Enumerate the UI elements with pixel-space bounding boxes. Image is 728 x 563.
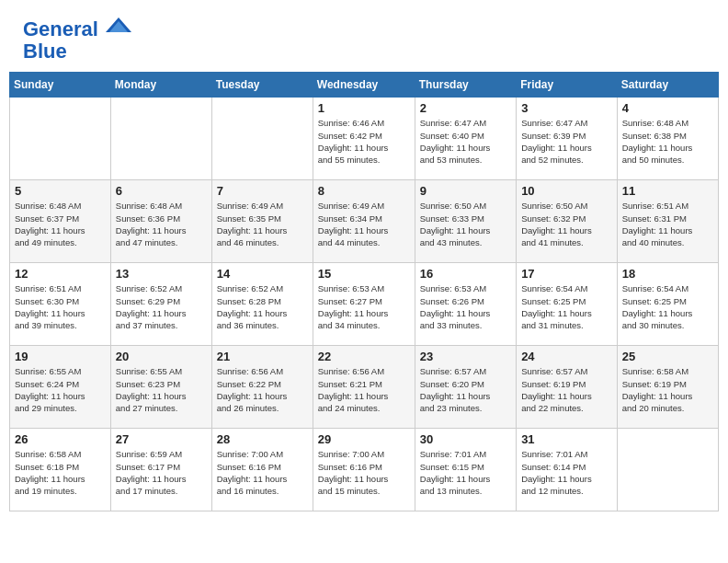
- calendar-cell: 9Sunrise: 6:50 AM Sunset: 6:33 PM Daylig…: [415, 180, 516, 263]
- day-info: Sunrise: 7:01 AM Sunset: 6:15 PM Dayligh…: [420, 448, 511, 497]
- day-info: Sunrise: 6:55 AM Sunset: 6:23 PM Dayligh…: [116, 365, 207, 414]
- calendar-cell: 15Sunrise: 6:53 AM Sunset: 6:27 PM Dayli…: [313, 263, 415, 346]
- day-number: 20: [116, 350, 207, 363]
- day-info: Sunrise: 6:54 AM Sunset: 6:25 PM Dayligh…: [622, 282, 713, 331]
- calendar-cell: 18Sunrise: 6:54 AM Sunset: 6:25 PM Dayli…: [617, 263, 718, 346]
- day-number: 14: [217, 267, 308, 281]
- day-number: 24: [521, 350, 612, 363]
- day-number: 29: [318, 432, 410, 446]
- day-info: Sunrise: 7:01 AM Sunset: 6:14 PM Dayligh…: [521, 448, 612, 497]
- day-info: Sunrise: 6:48 AM Sunset: 6:37 PM Dayligh…: [15, 200, 106, 248]
- day-number: 31: [521, 432, 612, 446]
- calendar-cell: 11Sunrise: 6:51 AM Sunset: 6:31 PM Dayli…: [617, 180, 718, 263]
- day-number: 25: [622, 350, 713, 363]
- calendar-cell: 13Sunrise: 6:52 AM Sunset: 6:29 PM Dayli…: [110, 263, 211, 346]
- calendar-cell: 31Sunrise: 7:01 AM Sunset: 6:14 PM Dayli…: [517, 429, 618, 511]
- day-number: 7: [217, 184, 308, 198]
- calendar-cell: 2Sunrise: 6:47 AM Sunset: 6:40 PM Daylig…: [415, 98, 516, 180]
- calendar-cell: 26Sunrise: 6:58 AM Sunset: 6:18 PM Dayli…: [10, 429, 111, 511]
- calendar-cell: 30Sunrise: 7:01 AM Sunset: 6:15 PM Dayli…: [415, 429, 516, 511]
- calendar-header-row: SundayMondayTuesdayWednesdayThursdayFrid…: [10, 73, 719, 98]
- day-number: 3: [521, 101, 612, 115]
- day-info: Sunrise: 6:47 AM Sunset: 6:40 PM Dayligh…: [420, 117, 511, 166]
- day-info: Sunrise: 6:48 AM Sunset: 6:36 PM Dayligh…: [116, 200, 207, 248]
- calendar-cell: [617, 429, 718, 511]
- calendar-week-4: 19Sunrise: 6:55 AM Sunset: 6:24 PM Dayli…: [10, 346, 719, 429]
- day-number: 23: [420, 350, 511, 363]
- day-number: 26: [15, 432, 106, 446]
- calendar-week-3: 12Sunrise: 6:51 AM Sunset: 6:30 PM Dayli…: [10, 263, 719, 346]
- day-number: 10: [521, 184, 612, 198]
- day-info: Sunrise: 7:00 AM Sunset: 6:16 PM Dayligh…: [318, 448, 410, 497]
- day-number: 13: [116, 267, 207, 281]
- calendar-cell: 4Sunrise: 6:48 AM Sunset: 6:38 PM Daylig…: [617, 98, 718, 180]
- day-number: 2: [420, 101, 511, 115]
- logo: General Blue: [23, 18, 131, 63]
- calendar-cell: 10Sunrise: 6:50 AM Sunset: 6:32 PM Dayli…: [517, 180, 618, 263]
- calendar-cell: 29Sunrise: 7:00 AM Sunset: 6:16 PM Dayli…: [313, 429, 415, 511]
- weekday-header-sunday: Sunday: [10, 73, 111, 98]
- calendar-cell: 8Sunrise: 6:49 AM Sunset: 6:34 PM Daylig…: [313, 180, 415, 263]
- day-info: Sunrise: 6:58 AM Sunset: 6:18 PM Dayligh…: [15, 448, 106, 497]
- calendar-cell: 22Sunrise: 6:56 AM Sunset: 6:21 PM Dayli…: [313, 346, 415, 429]
- day-info: Sunrise: 6:49 AM Sunset: 6:35 PM Dayligh…: [217, 200, 308, 248]
- day-info: Sunrise: 6:53 AM Sunset: 6:27 PM Dayligh…: [318, 282, 410, 331]
- day-info: Sunrise: 6:57 AM Sunset: 6:19 PM Dayligh…: [521, 365, 612, 414]
- calendar-cell: 24Sunrise: 6:57 AM Sunset: 6:19 PM Dayli…: [517, 346, 618, 429]
- page-header: General Blue: [9, 9, 719, 67]
- calendar-cell: 20Sunrise: 6:55 AM Sunset: 6:23 PM Dayli…: [110, 346, 211, 429]
- calendar-cell: 21Sunrise: 6:56 AM Sunset: 6:22 PM Dayli…: [211, 346, 313, 429]
- day-info: Sunrise: 6:49 AM Sunset: 6:34 PM Dayligh…: [318, 200, 410, 248]
- day-number: 28: [217, 432, 308, 446]
- calendar-week-5: 26Sunrise: 6:58 AM Sunset: 6:18 PM Dayli…: [10, 429, 719, 511]
- day-info: Sunrise: 6:53 AM Sunset: 6:26 PM Dayligh…: [420, 282, 511, 331]
- calendar-cell: 23Sunrise: 6:57 AM Sunset: 6:20 PM Dayli…: [415, 346, 516, 429]
- day-number: 12: [15, 267, 106, 281]
- day-number: 18: [622, 267, 713, 281]
- calendar-cell: 19Sunrise: 6:55 AM Sunset: 6:24 PM Dayli…: [10, 346, 111, 429]
- calendar-cell: 7Sunrise: 6:49 AM Sunset: 6:35 PM Daylig…: [211, 180, 313, 263]
- calendar-cell: 27Sunrise: 6:59 AM Sunset: 6:17 PM Dayli…: [110, 429, 211, 511]
- logo-text: General: [23, 18, 131, 40]
- day-info: Sunrise: 6:54 AM Sunset: 6:25 PM Dayligh…: [521, 282, 612, 331]
- day-number: 15: [318, 267, 410, 281]
- day-number: 19: [15, 350, 106, 363]
- day-info: Sunrise: 6:59 AM Sunset: 6:17 PM Dayligh…: [116, 448, 207, 497]
- day-info: Sunrise: 6:56 AM Sunset: 6:22 PM Dayligh…: [217, 365, 308, 414]
- day-info: Sunrise: 6:58 AM Sunset: 6:19 PM Dayligh…: [622, 365, 713, 414]
- day-number: 27: [116, 432, 207, 446]
- day-info: Sunrise: 6:50 AM Sunset: 6:33 PM Dayligh…: [420, 200, 511, 248]
- day-info: Sunrise: 6:56 AM Sunset: 6:21 PM Dayligh…: [318, 365, 410, 414]
- calendar-cell: 16Sunrise: 6:53 AM Sunset: 6:26 PM Dayli…: [415, 263, 516, 346]
- calendar-cell: 1Sunrise: 6:46 AM Sunset: 6:42 PM Daylig…: [313, 98, 415, 180]
- day-number: 22: [318, 350, 410, 363]
- weekday-header-tuesday: Tuesday: [211, 73, 313, 98]
- day-info: Sunrise: 6:51 AM Sunset: 6:30 PM Dayligh…: [15, 282, 106, 331]
- weekday-header-thursday: Thursday: [415, 73, 516, 98]
- day-number: 30: [420, 432, 511, 446]
- calendar-cell: 25Sunrise: 6:58 AM Sunset: 6:19 PM Dayli…: [617, 346, 718, 429]
- calendar-cell: 12Sunrise: 6:51 AM Sunset: 6:30 PM Dayli…: [10, 263, 111, 346]
- calendar-table: SundayMondayTuesdayWednesdayThursdayFrid…: [9, 72, 719, 511]
- day-number: 17: [521, 267, 612, 281]
- calendar-cell: [110, 98, 211, 180]
- day-info: Sunrise: 6:52 AM Sunset: 6:28 PM Dayligh…: [217, 282, 308, 331]
- day-number: 9: [420, 184, 511, 198]
- calendar-week-2: 5Sunrise: 6:48 AM Sunset: 6:37 PM Daylig…: [10, 180, 719, 263]
- day-number: 16: [420, 267, 511, 281]
- calendar-cell: [211, 98, 313, 180]
- day-info: Sunrise: 6:57 AM Sunset: 6:20 PM Dayligh…: [420, 365, 511, 414]
- calendar-cell: 28Sunrise: 7:00 AM Sunset: 6:16 PM Dayli…: [211, 429, 313, 511]
- weekday-header-saturday: Saturday: [617, 73, 718, 98]
- logo-blue-text: Blue: [23, 40, 131, 63]
- day-info: Sunrise: 6:46 AM Sunset: 6:42 PM Dayligh…: [318, 117, 410, 166]
- logo-icon: [106, 16, 131, 36]
- calendar-cell: 6Sunrise: 6:48 AM Sunset: 6:36 PM Daylig…: [110, 180, 211, 263]
- day-number: 4: [622, 101, 713, 115]
- day-info: Sunrise: 7:00 AM Sunset: 6:16 PM Dayligh…: [217, 448, 308, 497]
- day-info: Sunrise: 6:52 AM Sunset: 6:29 PM Dayligh…: [116, 282, 207, 331]
- day-number: 1: [318, 101, 410, 115]
- calendar-week-1: 1Sunrise: 6:46 AM Sunset: 6:42 PM Daylig…: [10, 98, 719, 180]
- calendar-cell: 14Sunrise: 6:52 AM Sunset: 6:28 PM Dayli…: [211, 263, 313, 346]
- day-info: Sunrise: 6:51 AM Sunset: 6:31 PM Dayligh…: [622, 200, 713, 248]
